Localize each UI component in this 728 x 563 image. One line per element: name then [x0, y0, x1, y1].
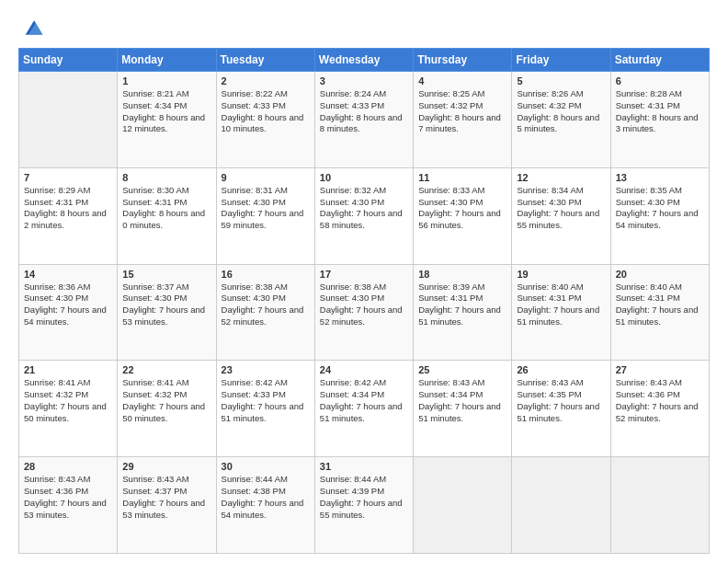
calendar-cell: 27Sunrise: 8:43 AMSunset: 4:36 PMDayligh… — [610, 361, 709, 457]
calendar-header-sunday: Sunday — [19, 49, 118, 72]
cell-info: Sunrise: 8:41 AMSunset: 4:32 PMDaylight:… — [24, 377, 112, 424]
day-number: 2 — [222, 75, 310, 86]
cell-info: Sunrise: 8:29 AMSunset: 4:31 PMDaylight:… — [24, 185, 112, 232]
calendar-cell: 7Sunrise: 8:29 AMSunset: 4:31 PMDaylight… — [19, 167, 118, 264]
day-number: 14 — [24, 269, 112, 280]
calendar-cell: 20Sunrise: 8:40 AMSunset: 4:31 PMDayligh… — [610, 264, 709, 361]
calendar-cell: 3Sunrise: 8:24 AMSunset: 4:33 PMDaylight… — [314, 72, 413, 168]
calendar-cell: 26Sunrise: 8:43 AMSunset: 4:35 PMDayligh… — [512, 361, 610, 457]
calendar-cell — [19, 72, 118, 168]
calendar-cell: 17Sunrise: 8:38 AMSunset: 4:30 PMDayligh… — [314, 264, 413, 361]
cell-info: Sunrise: 8:43 AMSunset: 4:34 PMDaylight:… — [418, 377, 506, 424]
calendar-header-tuesday: Tuesday — [216, 49, 314, 72]
calendar-header-saturday: Saturday — [610, 49, 709, 72]
cell-info: Sunrise: 8:26 AMSunset: 4:32 PMDaylight:… — [517, 88, 605, 135]
calendar-cell — [414, 457, 512, 554]
day-number: 30 — [222, 461, 310, 472]
cell-info: Sunrise: 8:37 AMSunset: 4:30 PMDaylight:… — [122, 282, 210, 328]
cell-info: Sunrise: 8:43 AMSunset: 4:35 PMDaylight:… — [517, 377, 605, 424]
calendar-cell: 28Sunrise: 8:43 AMSunset: 4:36 PMDayligh… — [19, 457, 118, 554]
calendar-cell: 14Sunrise: 8:36 AMSunset: 4:30 PMDayligh… — [19, 264, 118, 361]
day-number: 22 — [122, 364, 210, 375]
day-number: 23 — [222, 364, 310, 375]
calendar-header-wednesday: Wednesday — [314, 49, 413, 72]
day-number: 16 — [222, 269, 310, 280]
day-number: 29 — [122, 461, 210, 472]
day-number: 20 — [616, 269, 704, 280]
cell-info: Sunrise: 8:28 AMSunset: 4:31 PMDaylight:… — [616, 88, 704, 135]
cell-info: Sunrise: 8:40 AMSunset: 4:31 PMDaylight:… — [616, 282, 704, 328]
calendar-header-thursday: Thursday — [414, 49, 512, 72]
day-number: 17 — [320, 269, 408, 280]
cell-info: Sunrise: 8:21 AMSunset: 4:34 PMDaylight:… — [122, 88, 210, 135]
day-number: 31 — [320, 461, 408, 472]
calendar-week-row: 14Sunrise: 8:36 AMSunset: 4:30 PMDayligh… — [19, 264, 710, 361]
day-number: 13 — [616, 172, 704, 183]
cell-info: Sunrise: 8:31 AMSunset: 4:30 PMDaylight:… — [222, 185, 310, 232]
day-number: 8 — [122, 172, 210, 183]
day-number: 19 — [517, 269, 605, 280]
calendar-cell: 9Sunrise: 8:31 AMSunset: 4:30 PMDaylight… — [216, 167, 314, 264]
calendar-cell: 23Sunrise: 8:42 AMSunset: 4:33 PMDayligh… — [216, 361, 314, 457]
calendar-cell: 29Sunrise: 8:43 AMSunset: 4:37 PMDayligh… — [118, 457, 216, 554]
calendar-cell: 8Sunrise: 8:30 AMSunset: 4:31 PMDaylight… — [118, 167, 216, 264]
day-number: 1 — [122, 75, 210, 86]
calendar-week-row: 1Sunrise: 8:21 AMSunset: 4:34 PMDaylight… — [19, 72, 710, 168]
day-number: 7 — [24, 172, 112, 183]
calendar-cell — [610, 457, 709, 554]
calendar-cell: 13Sunrise: 8:35 AMSunset: 4:30 PMDayligh… — [610, 167, 709, 264]
calendar-cell: 25Sunrise: 8:43 AMSunset: 4:34 PMDayligh… — [414, 361, 512, 457]
cell-info: Sunrise: 8:43 AMSunset: 4:36 PMDaylight:… — [616, 377, 704, 424]
cell-info: Sunrise: 8:35 AMSunset: 4:30 PMDaylight:… — [616, 185, 704, 232]
day-number: 4 — [418, 75, 506, 86]
calendar-cell: 16Sunrise: 8:38 AMSunset: 4:30 PMDayligh… — [216, 264, 314, 361]
cell-info: Sunrise: 8:30 AMSunset: 4:31 PMDaylight:… — [122, 185, 210, 232]
calendar-cell: 15Sunrise: 8:37 AMSunset: 4:30 PMDayligh… — [118, 264, 216, 361]
calendar-cell: 4Sunrise: 8:25 AMSunset: 4:32 PMDaylight… — [414, 72, 512, 168]
calendar-cell: 24Sunrise: 8:42 AMSunset: 4:34 PMDayligh… — [314, 361, 413, 457]
logo — [18, 15, 50, 40]
calendar-cell: 30Sunrise: 8:44 AMSunset: 4:38 PMDayligh… — [216, 457, 314, 554]
day-number: 18 — [418, 269, 506, 280]
day-number: 6 — [616, 75, 704, 86]
calendar-cell: 6Sunrise: 8:28 AMSunset: 4:31 PMDaylight… — [610, 72, 709, 168]
day-number: 9 — [222, 172, 310, 183]
cell-info: Sunrise: 8:33 AMSunset: 4:30 PMDaylight:… — [418, 185, 506, 232]
calendar-header-row: SundayMondayTuesdayWednesdayThursdayFrid… — [19, 49, 710, 72]
calendar-week-row: 21Sunrise: 8:41 AMSunset: 4:32 PMDayligh… — [19, 361, 710, 457]
cell-info: Sunrise: 8:43 AMSunset: 4:37 PMDaylight:… — [122, 474, 210, 521]
cell-info: Sunrise: 8:22 AMSunset: 4:33 PMDaylight:… — [222, 88, 310, 135]
cell-info: Sunrise: 8:41 AMSunset: 4:32 PMDaylight:… — [122, 377, 210, 424]
calendar-week-row: 28Sunrise: 8:43 AMSunset: 4:36 PMDayligh… — [19, 457, 710, 554]
cell-info: Sunrise: 8:25 AMSunset: 4:32 PMDaylight:… — [418, 88, 506, 135]
day-number: 24 — [320, 364, 408, 375]
cell-info: Sunrise: 8:44 AMSunset: 4:38 PMDaylight:… — [222, 474, 310, 521]
calendar-cell: 21Sunrise: 8:41 AMSunset: 4:32 PMDayligh… — [19, 361, 118, 457]
cell-info: Sunrise: 8:40 AMSunset: 4:31 PMDaylight:… — [517, 282, 605, 328]
logo-icon — [18, 15, 44, 40]
day-number: 3 — [320, 75, 408, 86]
day-number: 26 — [517, 364, 605, 375]
calendar-cell: 1Sunrise: 8:21 AMSunset: 4:34 PMDaylight… — [118, 72, 216, 168]
day-number: 11 — [418, 172, 506, 183]
cell-info: Sunrise: 8:42 AMSunset: 4:34 PMDaylight:… — [320, 377, 408, 424]
day-number: 21 — [24, 364, 112, 375]
day-number: 27 — [616, 364, 704, 375]
cell-info: Sunrise: 8:38 AMSunset: 4:30 PMDaylight:… — [320, 282, 408, 328]
cell-info: Sunrise: 8:34 AMSunset: 4:30 PMDaylight:… — [517, 185, 605, 232]
calendar-cell — [512, 457, 610, 554]
calendar-cell: 12Sunrise: 8:34 AMSunset: 4:30 PMDayligh… — [512, 167, 610, 264]
calendar-cell: 2Sunrise: 8:22 AMSunset: 4:33 PMDaylight… — [216, 72, 314, 168]
cell-info: Sunrise: 8:38 AMSunset: 4:30 PMDaylight:… — [222, 282, 310, 328]
cell-info: Sunrise: 8:32 AMSunset: 4:30 PMDaylight:… — [320, 185, 408, 232]
day-number: 25 — [418, 364, 506, 375]
day-number: 5 — [517, 75, 605, 86]
calendar-cell: 11Sunrise: 8:33 AMSunset: 4:30 PMDayligh… — [414, 167, 512, 264]
calendar-week-row: 7Sunrise: 8:29 AMSunset: 4:31 PMDaylight… — [19, 167, 710, 264]
cell-info: Sunrise: 8:24 AMSunset: 4:33 PMDaylight:… — [320, 88, 408, 135]
day-number: 28 — [24, 461, 112, 472]
cell-info: Sunrise: 8:42 AMSunset: 4:33 PMDaylight:… — [222, 377, 310, 424]
cell-info: Sunrise: 8:39 AMSunset: 4:31 PMDaylight:… — [418, 282, 506, 328]
page: SundayMondayTuesdayWednesdayThursdayFrid… — [0, 0, 728, 563]
calendar-cell: 5Sunrise: 8:26 AMSunset: 4:32 PMDaylight… — [512, 72, 610, 168]
